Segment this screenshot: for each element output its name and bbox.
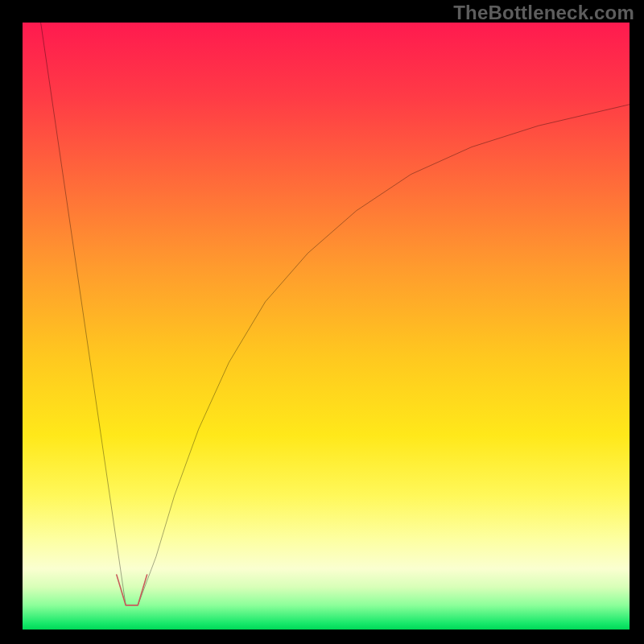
chart-frame: TheBottleneck.com — [0, 0, 644, 644]
highlight-elbow-path — [117, 575, 147, 605]
curve-layer — [23, 23, 630, 630]
left-branch-path — [41, 23, 126, 605]
watermark-label: TheBottleneck.com — [453, 2, 634, 24]
right-branch-path — [138, 105, 630, 605]
plot-area — [23, 23, 630, 630]
